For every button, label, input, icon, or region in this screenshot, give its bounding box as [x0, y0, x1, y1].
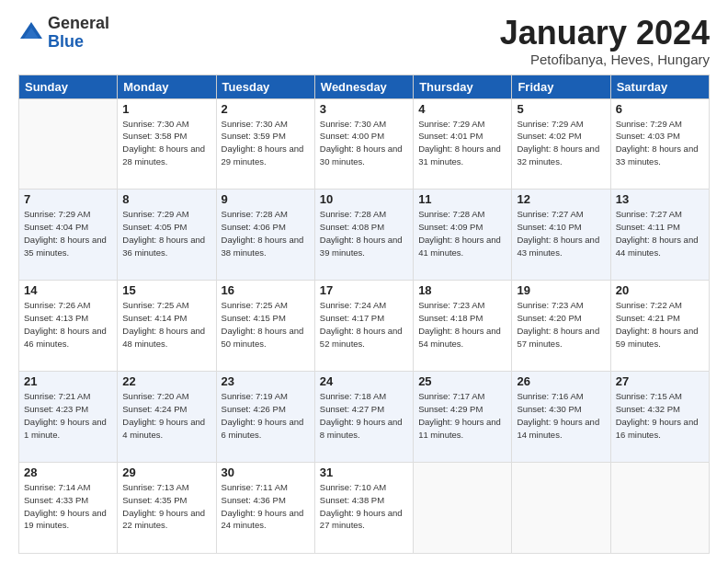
day-info: Sunrise: 7:25 AMSunset: 4:15 PMDaylight:…	[222, 299, 310, 350]
calendar-day-cell: 8Sunrise: 7:29 AMSunset: 4:05 PMDaylight…	[118, 190, 216, 281]
day-info: Sunrise: 7:13 AMSunset: 4:35 PMDaylight:…	[122, 481, 210, 532]
calendar-day-cell	[610, 463, 709, 554]
day-info: Sunrise: 7:20 AMSunset: 4:24 PMDaylight:…	[122, 390, 210, 441]
day-info: Sunrise: 7:21 AMSunset: 4:23 PMDaylight:…	[24, 390, 112, 441]
day-info: Sunrise: 7:26 AMSunset: 4:13 PMDaylight:…	[24, 299, 112, 350]
day-number: 26	[517, 374, 605, 388]
day-number: 6	[616, 102, 704, 116]
day-number: 29	[122, 465, 210, 479]
calendar-day-cell: 5Sunrise: 7:29 AMSunset: 4:02 PMDaylight…	[512, 98, 610, 190]
day-number: 2	[222, 102, 310, 116]
page: General Blue January 2024 Petofibanya, H…	[0, 0, 728, 563]
day-info: Sunrise: 7:28 AMSunset: 4:09 PMDaylight:…	[418, 208, 506, 259]
calendar-day-cell: 13Sunrise: 7:27 AMSunset: 4:11 PMDayligh…	[610, 190, 709, 281]
day-info: Sunrise: 7:29 AMSunset: 4:05 PMDaylight:…	[122, 208, 210, 259]
calendar-day-cell: 14Sunrise: 7:26 AMSunset: 4:13 PMDayligh…	[19, 281, 118, 372]
calendar-day-cell	[512, 463, 610, 554]
weekday-header: Thursday	[414, 75, 512, 98]
day-number: 30	[222, 465, 310, 479]
calendar-week-row: 14Sunrise: 7:26 AMSunset: 4:13 PMDayligh…	[19, 281, 710, 372]
calendar-day-cell: 11Sunrise: 7:28 AMSunset: 4:09 PMDayligh…	[414, 190, 512, 281]
day-info: Sunrise: 7:17 AMSunset: 4:29 PMDaylight:…	[418, 390, 506, 441]
day-info: Sunrise: 7:29 AMSunset: 4:04 PMDaylight:…	[24, 208, 112, 259]
day-number: 9	[222, 192, 310, 206]
calendar-day-cell: 4Sunrise: 7:29 AMSunset: 4:01 PMDaylight…	[414, 98, 512, 190]
calendar-day-cell: 1Sunrise: 7:30 AMSunset: 3:58 PMDaylight…	[118, 98, 216, 190]
day-number: 27	[616, 374, 704, 388]
calendar-week-row: 28Sunrise: 7:14 AMSunset: 4:33 PMDayligh…	[19, 463, 710, 554]
calendar-day-cell: 30Sunrise: 7:11 AMSunset: 4:36 PMDayligh…	[216, 463, 314, 554]
calendar-day-cell: 19Sunrise: 7:23 AMSunset: 4:20 PMDayligh…	[512, 281, 610, 372]
day-number: 18	[418, 283, 506, 297]
logo: General Blue	[18, 15, 109, 52]
weekday-header: Sunday	[19, 75, 118, 98]
weekday-header: Wednesday	[314, 75, 413, 98]
header: General Blue January 2024 Petofibanya, H…	[18, 15, 710, 67]
calendar-day-cell: 23Sunrise: 7:19 AMSunset: 4:26 PMDayligh…	[216, 372, 314, 463]
weekday-header: Tuesday	[216, 75, 314, 98]
calendar-day-cell: 17Sunrise: 7:24 AMSunset: 4:17 PMDayligh…	[314, 281, 413, 372]
day-number: 17	[320, 283, 408, 297]
day-info: Sunrise: 7:16 AMSunset: 4:30 PMDaylight:…	[517, 390, 605, 441]
calendar-day-cell: 15Sunrise: 7:25 AMSunset: 4:14 PMDayligh…	[118, 281, 216, 372]
day-info: Sunrise: 7:30 AMSunset: 4:00 PMDaylight:…	[320, 118, 408, 168]
calendar-table: SundayMondayTuesdayWednesdayThursdayFrid…	[18, 75, 710, 554]
day-info: Sunrise: 7:10 AMSunset: 4:38 PMDaylight:…	[320, 481, 408, 532]
day-info: Sunrise: 7:30 AMSunset: 3:58 PMDaylight:…	[122, 118, 210, 168]
calendar-header-row: SundayMondayTuesdayWednesdayThursdayFrid…	[19, 75, 710, 98]
day-info: Sunrise: 7:14 AMSunset: 4:33 PMDaylight:…	[24, 481, 112, 532]
day-info: Sunrise: 7:15 AMSunset: 4:32 PMDaylight:…	[616, 390, 704, 441]
logo-icon	[18, 20, 44, 46]
day-number: 15	[122, 283, 210, 297]
calendar-day-cell: 31Sunrise: 7:10 AMSunset: 4:38 PMDayligh…	[314, 463, 413, 554]
logo-blue-label: Blue	[48, 33, 109, 52]
day-number: 19	[517, 283, 605, 297]
day-info: Sunrise: 7:11 AMSunset: 4:36 PMDaylight:…	[222, 481, 310, 532]
day-number: 20	[616, 283, 704, 297]
calendar-day-cell	[19, 98, 118, 190]
day-number: 1	[122, 102, 210, 116]
calendar-day-cell: 12Sunrise: 7:27 AMSunset: 4:10 PMDayligh…	[512, 190, 610, 281]
weekday-header: Monday	[118, 75, 216, 98]
weekday-header: Saturday	[610, 75, 709, 98]
calendar-day-cell: 21Sunrise: 7:21 AMSunset: 4:23 PMDayligh…	[19, 372, 118, 463]
day-info: Sunrise: 7:28 AMSunset: 4:08 PMDaylight:…	[320, 208, 408, 259]
calendar-day-cell: 9Sunrise: 7:28 AMSunset: 4:06 PMDaylight…	[216, 190, 314, 281]
calendar-day-cell: 7Sunrise: 7:29 AMSunset: 4:04 PMDaylight…	[19, 190, 118, 281]
day-number: 7	[24, 192, 112, 206]
title-block: January 2024 Petofibanya, Heves, Hungary	[500, 15, 710, 67]
day-number: 16	[222, 283, 310, 297]
day-number: 24	[320, 374, 408, 388]
weekday-header: Friday	[512, 75, 610, 98]
calendar-day-cell: 26Sunrise: 7:16 AMSunset: 4:30 PMDayligh…	[512, 372, 610, 463]
day-info: Sunrise: 7:23 AMSunset: 4:18 PMDaylight:…	[418, 299, 506, 350]
day-number: 13	[616, 192, 704, 206]
calendar-day-cell: 24Sunrise: 7:18 AMSunset: 4:27 PMDayligh…	[314, 372, 413, 463]
day-info: Sunrise: 7:29 AMSunset: 4:02 PMDaylight:…	[517, 118, 605, 168]
day-info: Sunrise: 7:25 AMSunset: 4:14 PMDaylight:…	[122, 299, 210, 350]
calendar-day-cell: 2Sunrise: 7:30 AMSunset: 3:59 PMDaylight…	[216, 98, 314, 190]
day-number: 3	[320, 102, 408, 116]
calendar-day-cell	[414, 463, 512, 554]
day-info: Sunrise: 7:30 AMSunset: 3:59 PMDaylight:…	[222, 118, 310, 168]
day-info: Sunrise: 7:29 AMSunset: 4:03 PMDaylight:…	[616, 118, 704, 168]
day-number: 8	[122, 192, 210, 206]
location: Petofibanya, Heves, Hungary	[500, 52, 710, 67]
month-title: January 2024	[500, 15, 710, 52]
calendar-day-cell: 27Sunrise: 7:15 AMSunset: 4:32 PMDayligh…	[610, 372, 709, 463]
day-number: 22	[122, 374, 210, 388]
calendar-day-cell: 25Sunrise: 7:17 AMSunset: 4:29 PMDayligh…	[414, 372, 512, 463]
logo-general-label: General	[48, 15, 109, 33]
day-info: Sunrise: 7:22 AMSunset: 4:21 PMDaylight:…	[616, 299, 704, 350]
day-number: 5	[517, 102, 605, 116]
calendar-day-cell: 6Sunrise: 7:29 AMSunset: 4:03 PMDaylight…	[610, 98, 709, 190]
calendar-day-cell: 18Sunrise: 7:23 AMSunset: 4:18 PMDayligh…	[414, 281, 512, 372]
calendar-day-cell: 22Sunrise: 7:20 AMSunset: 4:24 PMDayligh…	[118, 372, 216, 463]
day-number: 10	[320, 192, 408, 206]
calendar-day-cell: 10Sunrise: 7:28 AMSunset: 4:08 PMDayligh…	[314, 190, 413, 281]
day-info: Sunrise: 7:27 AMSunset: 4:11 PMDaylight:…	[616, 208, 704, 259]
day-number: 28	[24, 465, 112, 479]
day-info: Sunrise: 7:18 AMSunset: 4:27 PMDaylight:…	[320, 390, 408, 441]
logo-text: General Blue	[48, 15, 109, 52]
day-info: Sunrise: 7:28 AMSunset: 4:06 PMDaylight:…	[222, 208, 310, 259]
